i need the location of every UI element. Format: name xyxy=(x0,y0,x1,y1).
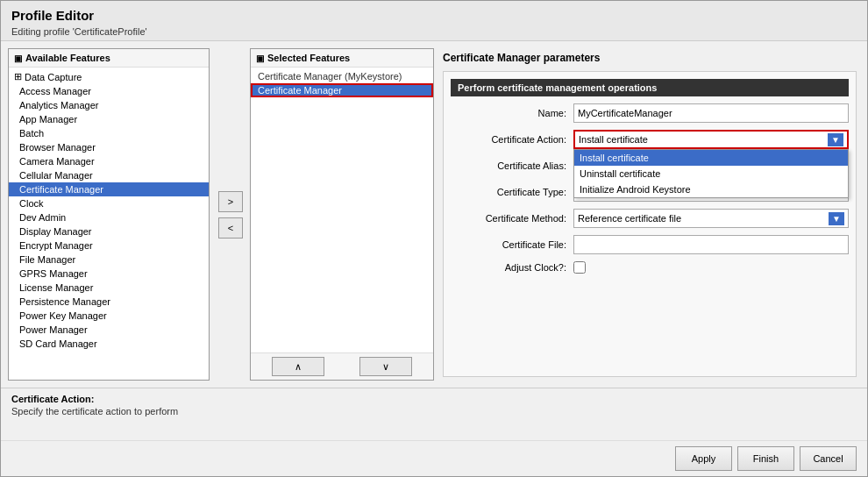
content-area: ▣ Available Features ⊞ Data Capture Acce… xyxy=(1,41,867,388)
cert-action-arrow[interactable]: ▼ xyxy=(828,133,843,146)
feature-item-license-manager[interactable]: License Manager xyxy=(9,281,209,295)
dropdown-item-install[interactable]: Install certificate xyxy=(574,150,848,166)
move-right-button[interactable]: > xyxy=(218,191,243,212)
name-input[interactable] xyxy=(573,103,849,123)
feature-item-batch[interactable]: Batch xyxy=(9,126,209,140)
cert-action-label: Certificate Action: xyxy=(451,134,573,145)
cert-file-input[interactable] xyxy=(573,235,849,254)
feature-item-encrypt-manager[interactable]: Encrypt Manager xyxy=(9,238,209,253)
subtitle: Editing profile 'CertificateProfile' xyxy=(11,26,857,37)
selected-feature-list: Certificate Manager (MyKeystore) Certifi… xyxy=(251,68,433,352)
feature-item-gprs-manager[interactable]: GPRS Manager xyxy=(9,267,209,281)
cert-file-label: Certificate File: xyxy=(451,239,573,250)
title-bar: Profile Editor Editing profile 'Certific… xyxy=(1,1,867,41)
selected-panel: ▣ Selected Features Certificate Manager … xyxy=(250,48,434,381)
cert-method-row: Certificate Method: Reference certificat… xyxy=(451,209,849,228)
name-row: Name: xyxy=(451,103,849,123)
feature-item-camera-manager[interactable]: Camera Manager xyxy=(9,154,209,168)
name-label: Name: xyxy=(451,108,573,118)
feature-item-app-manager[interactable]: App Manager xyxy=(9,112,209,126)
selected-item-parent[interactable]: Certificate Manager (MyKeystore) xyxy=(251,69,433,83)
info-title: Certificate Action: xyxy=(11,394,857,404)
selected-panel-title: Selected Features xyxy=(267,53,350,63)
feature-item-access-manager[interactable]: Access Manager xyxy=(9,84,209,98)
feature-item-sd-card-manager[interactable]: SD Card Manager xyxy=(9,337,209,351)
params-inner: Perform certificate management operation… xyxy=(443,71,857,377)
feature-item-analytics-manager[interactable]: Analytics Manager xyxy=(9,98,209,112)
available-panel-title: Available Features xyxy=(25,53,110,63)
transfer-arrows: > < xyxy=(215,48,246,381)
move-up-button[interactable]: ∧ xyxy=(272,357,324,376)
dropdown-item-uninstall[interactable]: Uninstall certificate xyxy=(574,166,848,182)
window-title: Profile Editor xyxy=(11,8,857,23)
profile-editor-window: Profile Editor Editing profile 'Certific… xyxy=(0,0,868,477)
cancel-button[interactable]: Cancel xyxy=(800,446,857,471)
feature-item-dev-admin[interactable]: Dev Admin xyxy=(9,210,209,224)
info-text: Specify the certificate action to perfor… xyxy=(11,406,857,416)
reorder-buttons: ∧ ∨ xyxy=(251,352,433,380)
feature-item-cellular-manager[interactable]: Cellular Manager xyxy=(9,168,209,182)
adjust-clock-checkbox[interactable] xyxy=(573,261,586,274)
bottom-buttons: Apply Finish Cancel xyxy=(1,440,867,476)
feature-item-power-key-manager[interactable]: Power Key Manager xyxy=(9,309,209,323)
cert-method-arrow[interactable]: ▼ xyxy=(829,212,844,225)
apply-button[interactable]: Apply xyxy=(675,446,732,471)
feature-group-data-capture[interactable]: ⊞ Data Capture xyxy=(9,69,209,84)
cert-action-container: Install certificate ▼ Install certificat… xyxy=(573,130,849,149)
cert-type-label: Certificate Type: xyxy=(451,187,573,197)
move-down-button[interactable]: ∨ xyxy=(359,357,412,376)
adjust-clock-row: Adjust Clock?: xyxy=(451,261,849,274)
cert-method-container: Reference certificate file ▼ xyxy=(573,209,849,228)
available-feature-list: ⊞ Data Capture Access Manager Analytics … xyxy=(9,68,209,380)
cert-method-label: Certificate Method: xyxy=(451,213,573,224)
adjust-clock-checkbox-wrapper xyxy=(573,261,586,274)
adjust-clock-label: Adjust Clock?: xyxy=(451,262,573,273)
finish-button[interactable]: Finish xyxy=(737,446,794,471)
cert-method-value: Reference certificate file xyxy=(578,213,681,224)
cert-action-row: Certificate Action: Install certificate … xyxy=(451,130,849,149)
params-panel: Certificate Manager parameters Perform c… xyxy=(439,48,860,381)
selected-expand-icon: ▣ xyxy=(256,53,264,63)
cert-method-select[interactable]: Reference certificate file ▼ xyxy=(573,209,849,228)
feature-item-persistence-manager[interactable]: Persistence Manager xyxy=(9,295,209,309)
params-title: Certificate Manager parameters xyxy=(443,52,857,64)
cert-file-row: Certificate File: xyxy=(451,235,849,254)
middle-section: > < ▣ Selected Features Certificate Mana… xyxy=(215,48,434,381)
cert-action-select[interactable]: Install certificate ▼ xyxy=(573,130,849,149)
feature-item-clock[interactable]: Clock xyxy=(9,196,209,210)
info-panel: Certificate Action: Specify the certific… xyxy=(1,388,867,440)
params-section-header: Perform certificate management operation… xyxy=(451,79,849,96)
dropdown-item-initialize[interactable]: Initialize Android Keystore xyxy=(574,182,848,197)
move-left-button[interactable]: < xyxy=(218,217,243,238)
feature-item-browser-manager[interactable]: Browser Manager xyxy=(9,140,209,154)
group-expand-icon: ⊞ xyxy=(14,71,22,82)
cert-action-value: Install certificate xyxy=(579,134,648,145)
cert-alias-label: Certificate Alias: xyxy=(451,160,573,171)
feature-item-file-manager[interactable]: File Manager xyxy=(9,253,209,267)
selected-panel-header: ▣ Selected Features xyxy=(251,49,433,68)
selected-item-certificate-manager[interactable]: Certificate Manager xyxy=(251,83,433,97)
expand-icon[interactable]: ▣ xyxy=(14,53,22,63)
feature-item-certificate-manager[interactable]: Certificate Manager xyxy=(9,182,209,196)
feature-item-power-manager[interactable]: Power Manager xyxy=(9,323,209,337)
available-panel: ▣ Available Features ⊞ Data Capture Acce… xyxy=(8,48,210,381)
cert-action-dropdown: Install certificate Uninstall certificat… xyxy=(573,149,849,198)
available-panel-header: ▣ Available Features xyxy=(9,49,209,68)
feature-item-display-manager[interactable]: Display Manager xyxy=(9,224,209,238)
